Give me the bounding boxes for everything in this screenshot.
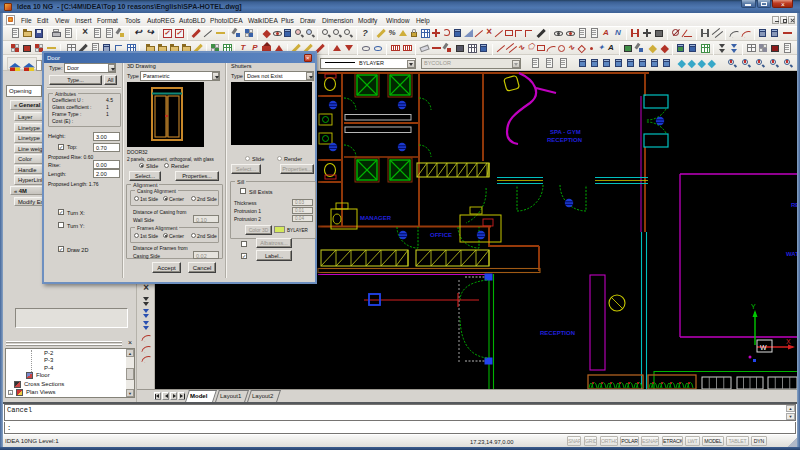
svg-text:RECEPTION: RECEPTION [540,330,575,336]
svg-text:W: W [760,344,767,351]
svg-text:MANAGER: MANAGER [360,215,392,221]
svg-text:WAT: WAT [786,251,797,257]
svg-text:RE: RE [791,202,797,208]
svg-text:X: X [786,338,791,345]
svg-text:RECEPTION: RECEPTION [547,137,582,143]
svg-text:SPA - GYM: SPA - GYM [550,129,581,135]
svg-text:OFFICE: OFFICE [430,232,452,238]
svg-text:Y: Y [751,303,756,310]
